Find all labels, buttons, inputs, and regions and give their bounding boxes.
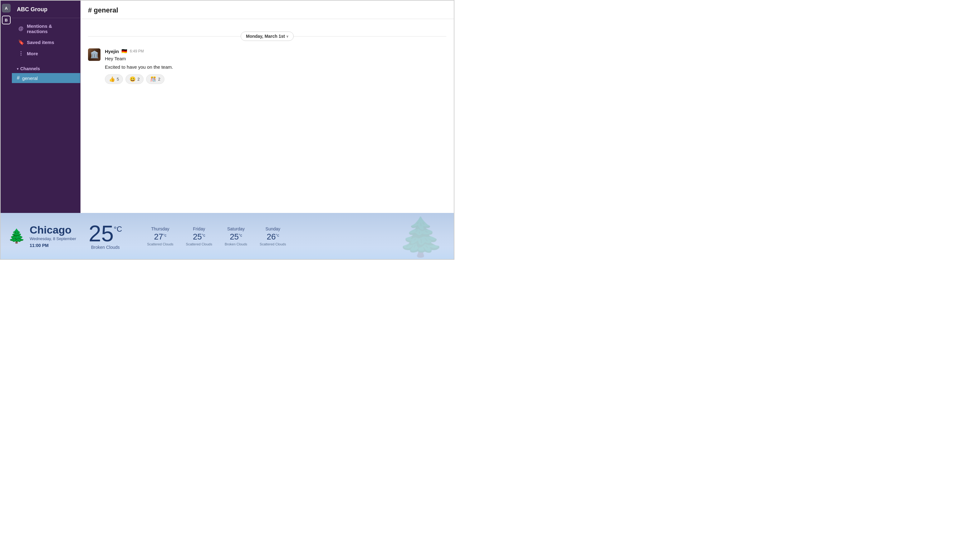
message-text-2: Excited to have you on the team. [105,64,446,71]
forecast-friday-temp: 25°c [193,232,205,242]
weather-bar: 🌲 Chicago Wednesday, 8 September 11:00 P… [1,213,454,259]
sidebar-nav: @ Mentions & reactions 🔖 Saved items ⋮ M… [12,18,80,62]
mentions-icon: @ [18,26,24,31]
weather-city-section: Chicago Wednesday, 8 September 11:00 PM [30,225,76,248]
party-count: 2 [158,77,160,81]
tree-icon: 🌲 [8,228,25,244]
weather-date: Wednesday, 8 September [30,236,76,241]
date-chevron-icon: ∨ [286,35,288,38]
forecast-sunday-temp: 26°c [267,232,279,242]
weather-city: Chicago [30,225,76,235]
forecast-friday: Friday 25°c Scattered Clouds [186,226,212,246]
forecast-sunday-name: Sunday [266,226,280,231]
sidebar-item-more[interactable]: ⋮ More [13,48,79,59]
weather-temp-section: 25°C Broken Clouds [89,222,122,250]
forecast-thursday-temp: 27°c [154,232,166,242]
workspace-name: ABC Group [17,6,75,13]
sender-name: Hyejin [105,49,119,54]
message-meta: Hyejin 🇩🇪 6:49 PM [105,49,446,54]
channel-name: general [22,76,38,81]
reactions-container: 👍 5 😀 2 🎊 2 [105,74,446,84]
channel-hash-icon: # [17,75,20,81]
weather-temp-display: 25°C [89,222,122,245]
smile-count: 2 [137,77,140,81]
sidebar-item-saved[interactable]: 🔖 Saved items [13,37,79,48]
avatar [88,49,101,61]
icon-bar: A B [1,1,12,213]
forecast-friday-name: Friday [193,226,205,231]
party-emoji: 🎊 [150,76,156,82]
thumbsup-emoji: 👍 [109,76,115,82]
reaction-smile[interactable]: 😀 2 [125,74,143,84]
reaction-party[interactable]: 🎊 2 [146,74,164,84]
sidebar-header: ABC Group [12,1,80,18]
channel-item-general[interactable]: # general [12,73,80,83]
workspace-icon-a[interactable]: A [2,4,11,13]
more-icon: ⋮ [18,50,24,57]
weather-temp-value: 25 [89,222,114,245]
date-separator: Monday, March 1st ∨ [88,31,446,41]
weather-degree-symbol: ° [114,225,117,233]
channels-arrow-icon: ▾ [17,67,18,70]
message-body: Hyejin 🇩🇪 6:49 PM Hey Team Excited to ha… [105,49,446,84]
more-label: More [27,51,38,56]
forecast-thursday-condition: Scattered Clouds [147,242,173,246]
main-content: # general Monday, March 1st ∨ Hyejin 🇩🇪 … [81,1,454,213]
forecast-thursday-name: Thursday [151,226,169,231]
channel-title: # general [88,6,446,15]
saved-label: Saved items [27,40,54,45]
message-container: Hyejin 🇩🇪 6:49 PM Hey Team Excited to ha… [88,49,446,84]
reaction-thumbsup[interactable]: 👍 5 [105,74,123,84]
forecast-thursday: Thursday 27°c Scattered Clouds [147,226,173,246]
mentions-label: Mentions & reactions [27,23,74,34]
channels-header[interactable]: ▾ Channels [12,64,80,73]
thumbsup-count: 5 [117,77,119,81]
weather-time: 11:00 PM [30,243,76,248]
messages-area[interactable]: Monday, March 1st ∨ Hyejin 🇩🇪 6:49 PM He… [81,19,454,213]
forecast-saturday-name: Saturday [227,226,245,231]
channel-header: # general [81,1,454,19]
weather-unit: C [117,225,122,233]
forecast-saturday-condition: Broken Clouds [225,242,247,246]
message-text-1: Hey Team [105,55,446,62]
weather-condition: Broken Clouds [89,245,122,250]
forecast-saturday-temp: 25°c [230,232,242,242]
channels-label: Channels [20,66,40,71]
background-tree-icon: 🌲 [398,215,444,259]
workspace-icon-b[interactable]: B [2,16,11,24]
saved-icon: 🔖 [18,39,24,45]
forecast-sunday-condition: Scattered Clouds [260,242,286,246]
forecast-sunday: Sunday 26°c Scattered Clouds [260,226,286,246]
sidebar: ABC Group @ Mentions & reactions 🔖 Saved… [12,1,81,213]
date-label: Monday, March 1st [246,34,285,39]
message-timestamp: 6:49 PM [130,49,144,54]
forecast-friday-condition: Scattered Clouds [186,242,212,246]
forecast-saturday: Saturday 25°c Broken Clouds [225,226,247,246]
date-badge[interactable]: Monday, March 1st ∨ [241,31,294,41]
smile-emoji: 😀 [130,76,136,82]
channels-section: ▾ Channels # general [12,62,80,86]
sender-flag: 🇩🇪 [122,49,127,54]
sidebar-item-mentions[interactable]: @ Mentions & reactions [13,21,79,36]
